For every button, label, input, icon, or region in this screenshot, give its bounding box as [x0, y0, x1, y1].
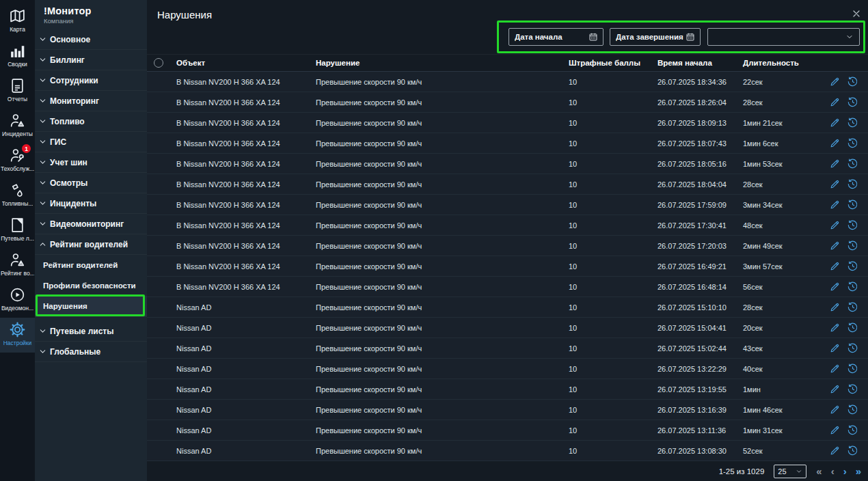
edit-button[interactable]: [829, 76, 841, 87]
rail-item-reports[interactable]: Отчеты: [0, 74, 35, 109]
history-button[interactable]: [847, 260, 858, 272]
history-button[interactable]: [847, 199, 858, 210]
select-all-checkbox[interactable]: [154, 58, 163, 68]
table-row[interactable]: Nissan ADПревышение скорости 90 км/ч1026…: [147, 297, 868, 318]
edit-button[interactable]: [829, 219, 841, 231]
edit-button[interactable]: [829, 342, 841, 354]
edit-button[interactable]: [829, 322, 841, 333]
rail-item-waybills[interactable]: Путевые л...: [0, 213, 35, 248]
table-row[interactable]: Nissan ADПревышение скорости 90 км/ч1026…: [147, 400, 868, 420]
column-header-start-time[interactable]: Время начала: [657, 59, 743, 67]
prev-page-button[interactable]: ‹: [831, 466, 835, 476]
column-header-duration[interactable]: Длительность: [743, 59, 827, 67]
sidebar-item-main[interactable]: Основное: [35, 29, 147, 50]
page-size-select[interactable]: 25: [774, 465, 806, 478]
sidebar-item-gis[interactable]: ГИС: [35, 132, 147, 152]
history-button[interactable]: [847, 383, 858, 395]
sidebar-item-employees[interactable]: Сотрудники: [35, 70, 147, 91]
table-row[interactable]: B Nissan NV200 H 366 XA 124Превышение ск…: [147, 256, 868, 277]
sidebar-item-global[interactable]: Глобальные: [35, 342, 147, 362]
edit-button[interactable]: [829, 404, 841, 415]
sidebar-item-billing[interactable]: Биллинг: [35, 50, 147, 70]
table-row[interactable]: B Nissan NV200 H 366 XA 124Превышение ск…: [147, 72, 868, 92]
first-page-button[interactable]: «: [816, 466, 822, 476]
table-row[interactable]: B Nissan NV200 H 366 XA 124Превышение ск…: [147, 174, 868, 195]
table-row[interactable]: Nissan ADПревышение скорости 90 км/ч1026…: [147, 338, 868, 359]
history-button[interactable]: [847, 424, 858, 436]
rail-item-summaries[interactable]: Сводки: [0, 39, 35, 74]
history-button[interactable]: [847, 76, 858, 87]
rail-item-driver-rating[interactable]: Рейтинг во...: [0, 248, 35, 283]
edit-button[interactable]: [829, 260, 841, 272]
table-row[interactable]: Nissan ADПревышение скорости 90 км/ч1026…: [147, 420, 868, 441]
rail-item-incidents[interactable]: Инциденты: [0, 109, 35, 143]
sidebar-item-video-monitoring[interactable]: Видеомониторинг: [35, 214, 147, 234]
history-button[interactable]: [847, 301, 858, 313]
sidebar-item-inspections[interactable]: Осмотры: [35, 173, 147, 193]
violation-type-select[interactable]: [707, 28, 860, 46]
history-button[interactable]: [847, 137, 858, 149]
rail-item-map[interactable]: Карта: [0, 4, 35, 39]
last-page-button[interactable]: »: [856, 466, 861, 476]
edit-button[interactable]: [829, 363, 841, 374]
sidebar-item-monitoring[interactable]: Мониторинг: [35, 91, 147, 111]
edit-button[interactable]: [829, 178, 841, 190]
sidebar-subitem-violations[interactable]: Нарушения: [35, 296, 147, 316]
sidebar-item-driver-rating[interactable]: Рейтинг водителей: [35, 234, 147, 255]
rail-item-video[interactable]: Видеомон...: [0, 283, 35, 318]
sidebar-item-incidents[interactable]: Инциденты: [35, 193, 147, 214]
table-row[interactable]: B Nissan NV200 H 366 XA 124Превышение ск…: [147, 277, 868, 297]
table-row[interactable]: B Nissan NV200 H 366 XA 124Превышение ск…: [147, 154, 868, 174]
sidebar-item-waybills[interactable]: Путевые листы: [35, 321, 147, 342]
history-button[interactable]: [847, 96, 858, 108]
edit-button[interactable]: [829, 424, 841, 436]
table-row[interactable]: B Nissan NV200 H 366 XA 124Превышение ск…: [147, 133, 868, 154]
sidebar-item-fuel[interactable]: Топливо: [35, 111, 147, 132]
table-row[interactable]: B Nissan NV200 H 366 XA 124Превышение ск…: [147, 195, 868, 215]
history-button[interactable]: [847, 281, 858, 292]
history-button[interactable]: [847, 219, 858, 231]
table-row[interactable]: Nissan ADПревышение скорости 90 км/ч1026…: [147, 379, 868, 400]
start-date-input[interactable]: [515, 33, 588, 41]
history-button[interactable]: [847, 178, 858, 190]
edit-button[interactable]: [829, 383, 841, 395]
next-page-button[interactable]: ›: [843, 466, 847, 476]
edit-button[interactable]: [829, 199, 841, 210]
table-row[interactable]: Nissan ADПревышение скорости 90 км/ч1026…: [147, 441, 868, 461]
column-header-object[interactable]: Объект: [176, 59, 316, 67]
rail-item-settings[interactable]: Настройки: [0, 318, 35, 353]
history-button[interactable]: [847, 240, 858, 251]
edit-button[interactable]: [829, 281, 841, 292]
history-button[interactable]: [847, 158, 858, 169]
edit-button[interactable]: [829, 117, 841, 128]
table-row[interactable]: Nissan ADПревышение скорости 90 км/ч1026…: [147, 318, 868, 338]
end-date-field[interactable]: [610, 28, 701, 46]
table-row[interactable]: B Nissan NV200 H 366 XA 124Превышение ск…: [147, 236, 868, 256]
column-header-violation[interactable]: Нарушение: [316, 59, 569, 67]
calendar-icon[interactable]: [686, 32, 695, 42]
edit-button[interactable]: [829, 96, 841, 108]
edit-button[interactable]: [829, 137, 841, 149]
history-button[interactable]: [847, 117, 858, 128]
edit-button[interactable]: [829, 445, 841, 456]
history-button[interactable]: [847, 322, 858, 333]
column-header-penalty[interactable]: Штрафные баллы: [569, 59, 657, 67]
table-row[interactable]: B Nissan NV200 H 366 XA 124Превышение ск…: [147, 215, 868, 236]
rail-item-maintenance[interactable]: 1Техобслуж...: [0, 143, 35, 178]
end-date-input[interactable]: [616, 33, 686, 41]
table-row[interactable]: B Nissan NV200 H 366 XA 124Превышение ск…: [147, 113, 868, 133]
rail-item-fuel[interactable]: Топливны...: [0, 178, 35, 213]
edit-button[interactable]: [829, 240, 841, 251]
close-icon[interactable]: [851, 8, 862, 19]
table-row[interactable]: Nissan ADПревышение скорости 90 км/ч1026…: [147, 359, 868, 379]
edit-button[interactable]: [829, 158, 841, 169]
history-button[interactable]: [847, 404, 858, 415]
sidebar-item-tires[interactable]: Учет шин: [35, 152, 147, 173]
sidebar-subitem-driver-rating[interactable]: Рейтинг водителей: [35, 255, 147, 275]
table-row[interactable]: B Nissan NV200 H 366 XA 124Превышение ск…: [147, 92, 868, 113]
sidebar-subitem-safety-profiles[interactable]: Профили безопасности: [35, 275, 147, 296]
start-date-field[interactable]: [508, 28, 603, 46]
history-button[interactable]: [847, 342, 858, 354]
edit-button[interactable]: [829, 301, 841, 313]
history-button[interactable]: [847, 363, 858, 374]
